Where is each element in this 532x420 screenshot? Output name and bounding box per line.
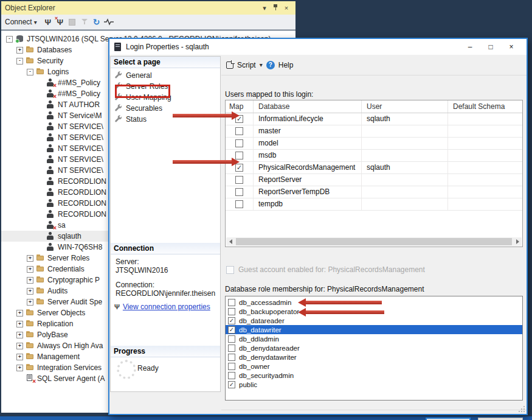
wrench-icon [115,82,122,91]
wrench-icon [115,104,122,113]
expand-icon[interactable]: + [27,288,33,295]
filter-icon[interactable] [78,16,91,28]
resize-grip[interactable] [519,406,525,412]
user-mapping-row[interactable]: ReportServerTempDB [226,186,522,198]
activity-monitor-icon[interactable] [103,16,115,28]
minimize-icon[interactable]: – [460,43,480,51]
view-connection-properties-link[interactable]: View connection properties [123,303,210,311]
map-checkbox[interactable] [235,139,243,147]
connect-plug-icon[interactable]: Ψ [42,16,54,28]
map-checkbox[interactable] [235,200,243,208]
folder-icon [26,341,35,350]
window-position-icon[interactable]: ▾ [259,4,270,12]
role-item-db_denydatareader[interactable]: db_denydatareader [226,343,522,352]
role-item-db_ddladmin[interactable]: db_ddladmin [226,334,522,343]
expand-icon[interactable]: + [16,365,23,371]
expand-icon[interactable]: + [16,354,23,360]
map-checkbox[interactable] [235,152,243,159]
role-item-db_denydatawriter[interactable]: db_denydatawriter [226,352,522,362]
role-item-public[interactable]: ✓public [226,380,522,389]
expand-icon[interactable]: + [16,321,23,327]
connect-button[interactable]: Connect ▾ [5,18,37,26]
horizontal-scrollbar[interactable] [226,237,522,246]
script-dropdown-icon[interactable]: ▾ [260,61,263,68]
role-item-db_datareader[interactable]: ✓db_datareader [226,316,522,325]
role-checkbox[interactable] [228,372,235,379]
default-schema-cell [448,162,521,173]
page-item-user-mapping[interactable]: User Mapping [111,92,220,103]
scroll-right-icon[interactable] [513,237,522,246]
role-checkbox[interactable]: ✓ [228,317,235,324]
folder-icon [26,57,35,65]
folder-icon [26,331,35,339]
expand-icon[interactable]: + [16,310,23,317]
role-item-db_securityadmin[interactable]: db_securityadmin [226,371,522,380]
expand-icon[interactable]: + [27,299,33,306]
server-dialog-icon [114,43,121,51]
user-mapping-row[interactable]: master [226,125,522,138]
help-button[interactable]: Help [278,61,294,69]
role-label: db_securityadmin [239,372,294,379]
role-label: db_datareader [239,317,285,324]
close-icon[interactable]: × [281,4,292,12]
cancel-button[interactable]: Cancel [478,418,523,420]
close-dialog-icon[interactable]: × [501,43,522,51]
column-header: User [362,100,448,113]
page-item-general[interactable]: General [111,70,220,81]
map-checkbox[interactable]: ✓ [235,115,243,123]
pin-icon[interactable] [270,4,281,12]
expand-icon[interactable]: + [16,343,23,349]
expand-icon[interactable]: + [16,332,23,338]
role-item-db_datawriter[interactable]: ✓db_datawriter [226,325,522,334]
ok-button[interactable]: OK [426,418,471,420]
stop-icon[interactable] [66,16,78,28]
user-icon [46,188,55,197]
expand-icon[interactable]: + [27,277,33,284]
role-item-db_backupoperator[interactable]: db_backupoperator [226,307,522,316]
user-mapping-row[interactable]: ReportServer [226,174,522,186]
user-icon [46,111,55,120]
user-mapping-row[interactable]: model [226,138,522,150]
collapse-icon[interactable]: - [27,69,33,75]
collapse-icon[interactable]: - [16,58,23,65]
role-checkbox[interactable]: ✓ [228,326,235,334]
role-checkbox[interactable] [228,299,235,306]
role-checkbox[interactable] [228,345,235,352]
user-mapping-row[interactable]: ✓PhysicalRecordsManagementsqlauth [226,162,522,174]
collapse-icon[interactable]: - [6,36,13,43]
role-checkbox[interactable] [228,354,235,361]
script-button[interactable]: Script [237,61,256,69]
role-checkbox[interactable] [228,308,235,315]
page-item-securables[interactable]: Securables [111,103,220,114]
tree-item-label: Security [37,57,63,65]
role-checkbox[interactable] [228,363,235,370]
expand-icon[interactable]: + [27,266,33,273]
user-cell [362,125,448,137]
user-mapping-row[interactable]: msdb [226,150,522,162]
map-checkbox[interactable] [235,127,243,135]
role-checkbox[interactable] [228,335,235,343]
map-checkbox[interactable] [235,188,243,196]
role-item-db_owner[interactable]: db_owner [226,362,522,371]
map-checkbox[interactable]: ✓ [235,164,243,172]
page-item-server-roles[interactable]: Server Roles [111,81,220,92]
scroll-left-icon[interactable] [226,237,235,246]
tree-item-label: Server Roles [47,254,89,262]
dialog-titlebar[interactable]: Login Properties - sqlauth – □ × [109,39,527,55]
user-mapping-row[interactable]: tempdb [226,198,522,211]
folder-icon [26,352,35,361]
expand-icon[interactable]: + [16,47,23,54]
maximize-icon[interactable]: □ [480,43,501,51]
map-checkbox[interactable] [235,176,243,184]
user-mapping-row[interactable]: ✓InformationLifecyclesqlauth [226,113,522,125]
scrollbar-thumb[interactable] [236,238,512,245]
role-item-db_accessadmin[interactable]: db_accessadmin [226,298,522,307]
folder-icon [36,254,45,262]
role-membership-list: db_accessadmindb_backupoperator✓db_datar… [225,296,523,401]
refresh-icon[interactable]: ↻ [91,16,103,28]
tree-item-label: sa [58,221,66,229]
expand-icon[interactable]: + [27,255,33,262]
disconnect-plug-icon[interactable]: Ψ× [54,16,66,28]
role-checkbox[interactable]: ✓ [228,381,235,388]
page-item-status[interactable]: Status [111,114,220,125]
